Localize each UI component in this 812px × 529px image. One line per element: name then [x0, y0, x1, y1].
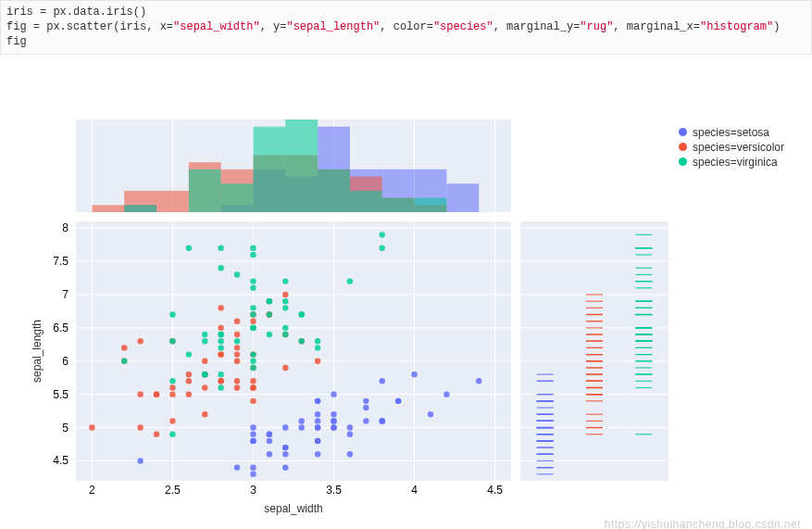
svg-point-123 [137, 424, 143, 430]
svg-point-88 [234, 318, 240, 323]
svg-point-106 [218, 305, 223, 310]
svg-point-80 [282, 291, 288, 296]
svg-point-161 [380, 232, 385, 237]
svg-point-152 [218, 245, 223, 250]
svg-point-145 [282, 331, 288, 336]
svg-point-66 [331, 391, 336, 397]
svg-point-130 [299, 338, 305, 344]
svg-point-71 [137, 458, 143, 463]
svg-point-72 [282, 464, 288, 470]
svg-rect-213 [350, 190, 382, 211]
svg-rect-209 [221, 183, 254, 212]
svg-point-105 [250, 318, 256, 323]
svg-point-174 [299, 311, 305, 317]
svg-point-51 [363, 418, 369, 423]
svg-point-120 [186, 391, 192, 397]
svg-point-142 [250, 305, 256, 310]
svg-point-48 [380, 378, 385, 384]
svg-text:6.5: 6.5 [53, 321, 69, 334]
svg-point-137 [234, 271, 240, 277]
svg-point-175 [250, 311, 256, 317]
svg-point-40 [363, 397, 369, 403]
svg-point-159 [250, 278, 256, 283]
svg-point-44 [411, 371, 417, 376]
svg-point-79 [299, 424, 305, 430]
svg-point-164 [186, 351, 192, 357]
svg-point-125 [250, 378, 256, 384]
svg-point-172 [202, 371, 207, 376]
svg-text:5: 5 [62, 421, 69, 434]
svg-point-129 [218, 378, 223, 384]
svg-point-93 [234, 351, 240, 357]
svg-rect-196 [92, 205, 124, 212]
svg-point-83 [137, 391, 143, 397]
svg-point-126 [234, 378, 240, 384]
svg-point-77 [282, 451, 288, 457]
svg-point-76 [380, 418, 385, 423]
svg-point-62 [428, 411, 433, 417]
svg-point-59 [282, 444, 288, 449]
svg-point-57 [331, 411, 336, 417]
svg-point-36 [315, 451, 320, 457]
svg-point-171 [267, 298, 272, 304]
svg-point-155 [282, 278, 288, 283]
svg-point-98 [121, 345, 127, 350]
svg-point-99 [169, 384, 175, 390]
svg-point-144 [218, 371, 223, 376]
svg-text:2.5: 2.5 [165, 484, 181, 497]
svg-point-47 [331, 418, 336, 423]
svg-point-45 [476, 378, 481, 384]
svg-point-157 [250, 351, 256, 357]
svg-point-135 [250, 251, 256, 257]
svg-text:sepal_width: sepal_width [264, 502, 322, 515]
svg-text:sepal_length: sepal_length [31, 320, 44, 383]
svg-point-165 [250, 245, 256, 250]
svg-point-89 [202, 411, 207, 417]
svg-point-149 [121, 358, 127, 363]
svg-point-166 [315, 338, 320, 344]
plot-svg[interactable]: 22.533.544.54.555.566.577.58sepal_widths… [0, 55, 812, 529]
figure[interactable]: species=setosa species=versicolor specie… [0, 55, 812, 529]
svg-text:4.5: 4.5 [53, 454, 69, 467]
svg-point-33 [267, 451, 272, 457]
svg-point-78 [363, 404, 369, 409]
svg-point-84 [218, 324, 223, 330]
svg-point-114 [250, 397, 256, 403]
svg-rect-212 [318, 169, 350, 211]
svg-text:4.5: 4.5 [487, 484, 503, 497]
svg-point-122 [186, 371, 192, 376]
svg-point-46 [395, 397, 401, 403]
svg-point-160 [218, 265, 223, 271]
svg-point-43 [250, 471, 256, 476]
svg-point-127 [234, 345, 240, 350]
svg-point-133 [234, 338, 240, 344]
svg-point-128 [169, 418, 175, 423]
svg-point-147 [380, 245, 385, 250]
svg-point-141 [202, 331, 207, 336]
svg-point-177 [250, 324, 256, 330]
svg-rect-208 [189, 169, 221, 211]
svg-point-52 [347, 451, 353, 457]
svg-point-173 [282, 305, 288, 310]
svg-point-65 [282, 424, 288, 430]
svg-rect-210 [253, 126, 285, 211]
svg-point-90 [89, 424, 94, 430]
code-line-2: fig = px.scatter(iris, x="sepal_width", … [6, 20, 780, 33]
svg-rect-211 [285, 120, 318, 212]
code-cell: iris = px.data.iris() fig = px.scatter(i… [0, 0, 812, 55]
svg-point-136 [169, 431, 175, 436]
svg-point-54 [315, 437, 320, 443]
svg-point-69 [315, 418, 320, 423]
svg-point-179 [250, 364, 256, 370]
svg-point-100 [282, 364, 288, 370]
svg-text:5.5: 5.5 [53, 387, 69, 400]
svg-rect-207 [124, 205, 156, 212]
svg-point-60 [267, 437, 272, 443]
svg-text:2: 2 [89, 484, 95, 497]
svg-point-56 [315, 424, 320, 430]
svg-text:4: 4 [411, 484, 418, 497]
svg-point-68 [250, 464, 256, 470]
svg-point-111 [154, 391, 159, 397]
svg-point-140 [282, 324, 288, 330]
svg-point-58 [315, 411, 320, 417]
